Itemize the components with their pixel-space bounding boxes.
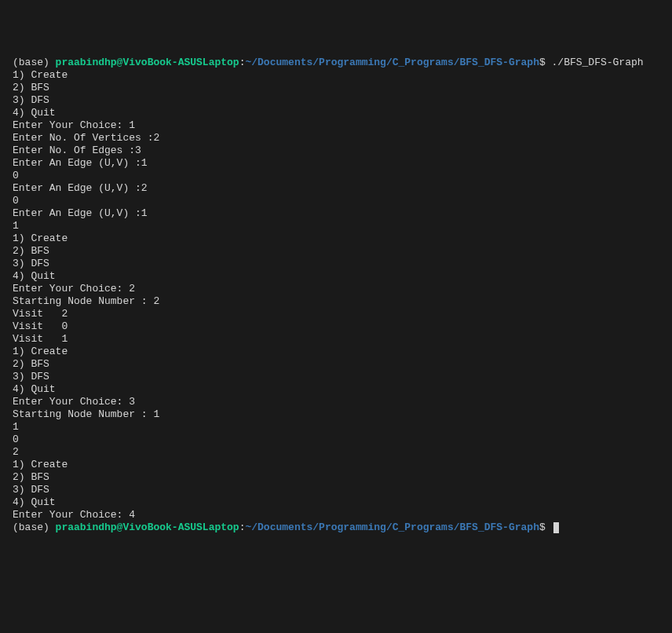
- output-line: Starting Node Number : 1: [13, 408, 659, 421]
- output-line: Enter An Edge (U,V) :1: [13, 207, 659, 220]
- output-line: 3) DFS: [13, 484, 659, 496]
- prompt-line-2[interactable]: (base) praabindhp@VivoBook-ASUSLaptop:~/…: [13, 521, 659, 534]
- output-line: 2) BFS: [13, 245, 659, 258]
- dollar-sign: $: [539, 521, 546, 533]
- env-prefix: (base): [13, 57, 56, 68]
- output-line: Enter Your Choice: 3: [13, 396, 659, 408]
- output-line: 0: [13, 195, 659, 207]
- cursor-icon: [553, 522, 559, 533]
- output-line: 2) BFS: [13, 82, 659, 94]
- output-line: 1) Create: [13, 346, 659, 358]
- output-line: 3) DFS: [13, 258, 659, 270]
- output-line: 1: [13, 421, 659, 434]
- output-line: 1) Create: [13, 69, 659, 82]
- output-line: Visit 1: [13, 333, 659, 346]
- output-line: Enter An Edge (U,V) :1: [13, 157, 659, 170]
- output-line: 1) Create: [13, 232, 659, 245]
- env-prefix: (base): [13, 521, 56, 533]
- dollar-sign: $: [539, 57, 546, 68]
- output-line: 4) Quit: [13, 383, 659, 396]
- output-line: Visit 2: [13, 308, 659, 320]
- output-line: 4) Quit: [13, 107, 659, 119]
- output-line: Enter No. Of Vertices :2: [13, 132, 659, 145]
- output-line: Visit 0: [13, 320, 659, 333]
- output-line: 2) BFS: [13, 358, 659, 371]
- output-line: Enter Your Choice: 4: [13, 509, 659, 521]
- command-text: ./BFS_DFS-Graph: [546, 57, 644, 68]
- terminal-output: 1) Create2) BFS3) DFS4) QuitEnter Your C…: [13, 69, 659, 521]
- output-line: 4) Quit: [13, 496, 659, 509]
- output-line: 0: [13, 434, 659, 446]
- output-line: 1) Create: [13, 459, 659, 471]
- output-line: Enter Your Choice: 2: [13, 283, 659, 295]
- output-line: 2: [13, 446, 659, 459]
- prompt-line-1: (base) praabindhp@VivoBook-ASUSLaptop:~/…: [13, 57, 659, 69]
- output-line: 4) Quit: [13, 270, 659, 283]
- output-line: 0: [13, 170, 659, 182]
- output-line: 3) DFS: [13, 94, 659, 107]
- output-line: Enter Your Choice: 1: [13, 119, 659, 132]
- output-line: Enter No. Of Edges :3: [13, 145, 659, 157]
- cwd-path: ~/Documents/Programming/C_Programs/BFS_D…: [245, 57, 539, 68]
- user-host: praabindhp@VivoBook-ASUSLaptop: [56, 57, 239, 68]
- cwd-path: ~/Documents/Programming/C_Programs/BFS_D…: [245, 521, 539, 533]
- output-line: Enter An Edge (U,V) :2: [13, 182, 659, 195]
- output-line: 1: [13, 220, 659, 232]
- output-line: Starting Node Number : 2: [13, 295, 659, 308]
- output-line: 3) DFS: [13, 371, 659, 383]
- user-host: praabindhp@VivoBook-ASUSLaptop: [56, 521, 239, 533]
- output-line: 2) BFS: [13, 471, 659, 484]
